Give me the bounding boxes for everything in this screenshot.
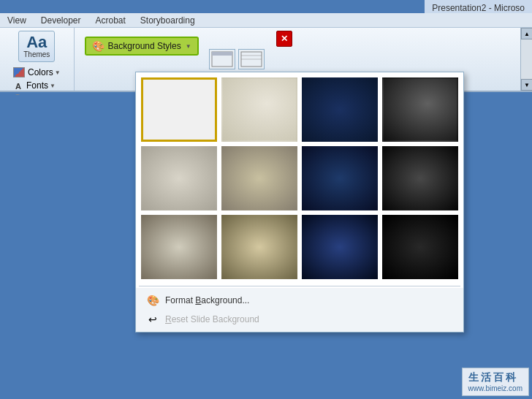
- menu-storyboarding[interactable]: Storyboarding: [133, 13, 202, 28]
- watermark-url: www.bimeiz.com: [468, 384, 522, 392]
- format-bg-underline: B: [195, 295, 201, 305]
- bg-style-11[interactable]: [302, 215, 378, 279]
- bg-styles-icon: 🎨: [92, 40, 104, 52]
- title-text: Presentation2 - Microso: [432, 3, 525, 13]
- slide-layout-2[interactable]: [238, 49, 265, 69]
- fonts-icon: A: [13, 80, 23, 91]
- watermark: 生活百科 www.bimeiz.com: [462, 368, 529, 396]
- reset-bg-icon: ↩: [146, 313, 159, 326]
- background-styles-button[interactable]: 🎨 Background Styles ▼: [85, 37, 199, 56]
- dropdown-divider: [139, 286, 460, 286]
- colors-icon: [13, 67, 25, 77]
- bg-styles-label: Background Styles: [108, 41, 181, 51]
- dropdown-footer: 🎨 Format Background... ↩ Reset Slide Bac…: [136, 288, 463, 332]
- bg-style-12[interactable]: [382, 215, 458, 279]
- colors-control[interactable]: Colors ▼: [10, 66, 64, 78]
- themes-button[interactable]: Aa Themes: [18, 31, 55, 62]
- format-background-label: Format Background...: [165, 295, 249, 305]
- themes-aa: Aa: [26, 34, 47, 50]
- bg-style-8[interactable]: [382, 146, 458, 210]
- reset-slide-bg-label: Reset Slide Background: [165, 314, 259, 324]
- background-grid: [136, 72, 463, 284]
- bg-style-2[interactable]: [221, 77, 297, 142]
- menu-bar: View Developer Acrobat Storyboarding: [0, 13, 532, 28]
- colors-label: Colors: [28, 67, 53, 77]
- fonts-arrow: ▼: [50, 83, 56, 89]
- reset-slide-bg-item[interactable]: ↩ Reset Slide Background: [142, 310, 457, 329]
- close-button[interactable]: ✕: [276, 31, 292, 47]
- watermark-text: 生活百科: [468, 371, 522, 384]
- format-background-item[interactable]: 🎨 Format Background...: [142, 291, 457, 310]
- bg-style-4[interactable]: [382, 77, 458, 142]
- bg-style-6[interactable]: [221, 146, 297, 210]
- themes-label: Themes: [23, 50, 50, 58]
- bg-style-5[interactable]: [141, 146, 217, 210]
- format-bg-icon: 🎨: [146, 294, 159, 307]
- close-icon: ✕: [281, 34, 288, 44]
- slide-layout-1[interactable]: [209, 49, 235, 69]
- bg-style-10[interactable]: [221, 215, 297, 279]
- menu-acrobat[interactable]: Acrobat: [88, 13, 133, 28]
- colors-arrow: ▼: [55, 69, 61, 76]
- reset-bg-underline: R: [165, 314, 172, 324]
- bg-styles-arrow: ▼: [186, 43, 191, 50]
- fonts-control[interactable]: A Fonts ▼: [10, 80, 64, 91]
- svg-rect-1: [212, 52, 232, 56]
- menu-view[interactable]: View: [0, 13, 34, 28]
- themes-group: Aa Themes Colors ▼ A Fonts ▼ Effe: [0, 28, 75, 91]
- bg-style-7[interactable]: [302, 146, 378, 210]
- scroll-up-button[interactable]: ▲: [521, 28, 532, 39]
- scroll-down-button[interactable]: ▼: [521, 79, 532, 91]
- bg-style-1[interactable]: [141, 77, 217, 142]
- bg-style-9[interactable]: [141, 215, 217, 279]
- fonts-label: Fonts: [26, 80, 48, 91]
- background-styles-dropdown: 🎨 Format Background... ↩ Reset Slide Bac…: [135, 72, 464, 332]
- bg-style-3[interactable]: [302, 77, 378, 142]
- ribbon-scrollbar: ▲ ▼: [520, 28, 532, 91]
- menu-developer[interactable]: Developer: [34, 13, 88, 28]
